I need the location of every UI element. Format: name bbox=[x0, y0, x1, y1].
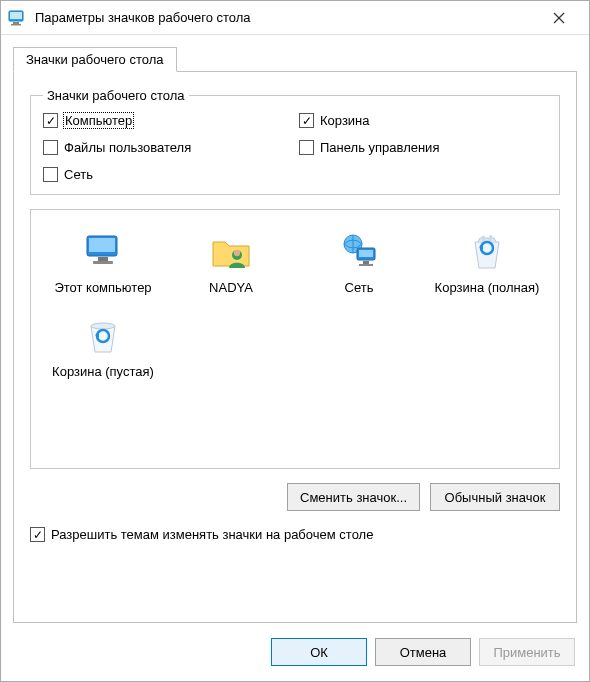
tab-label: Значки рабочего стола bbox=[26, 52, 164, 67]
svg-point-20 bbox=[91, 323, 115, 329]
monitor-icon bbox=[79, 228, 127, 276]
button-label: Применить bbox=[493, 645, 560, 660]
button-label: ОК bbox=[310, 645, 328, 660]
checkbox-user-files[interactable]: Файлы пользователя bbox=[43, 140, 291, 155]
svg-rect-14 bbox=[359, 250, 373, 257]
svg-rect-8 bbox=[98, 257, 108, 261]
checkbox-box bbox=[43, 140, 58, 155]
default-icon-button[interactable]: Обычный значок bbox=[430, 483, 560, 511]
button-label: Сменить значок... bbox=[300, 490, 407, 505]
group-legend: Значки рабочего стола bbox=[43, 88, 189, 103]
checkbox-computer[interactable]: Компьютер bbox=[43, 113, 291, 128]
checkbox-control-panel[interactable]: Панель управления bbox=[299, 140, 547, 155]
icon-item-recycle-empty[interactable]: Корзина (пустая) bbox=[39, 306, 167, 390]
dialog-window: Параметры значков рабочего стола Значки … bbox=[0, 0, 590, 682]
checkbox-label: Файлы пользователя bbox=[64, 140, 191, 155]
svg-rect-15 bbox=[363, 261, 369, 264]
checkbox-network[interactable]: Сеть bbox=[43, 167, 291, 182]
checkbox-box bbox=[43, 167, 58, 182]
dialog-footer: ОК Отмена Применить bbox=[1, 623, 589, 681]
network-icon bbox=[335, 228, 383, 276]
checkbox-label: Разрешить темам изменять значки на рабоч… bbox=[51, 527, 373, 542]
svg-point-11 bbox=[234, 250, 240, 256]
icon-label: Корзина (пустая) bbox=[52, 364, 154, 380]
change-icon-button[interactable]: Сменить значок... bbox=[287, 483, 420, 511]
checkbox-grid: Компьютер Корзина Файлы пользователя Пан… bbox=[43, 113, 547, 182]
ok-button[interactable]: ОК bbox=[271, 638, 367, 666]
apply-button[interactable]: Применить bbox=[479, 638, 575, 666]
icon-label: NADYA bbox=[209, 280, 253, 296]
svg-rect-2 bbox=[13, 22, 19, 24]
dialog-body: Значки рабочего стола Значки рабочего ст… bbox=[1, 35, 589, 623]
svg-rect-7 bbox=[89, 238, 115, 252]
icon-label: Сеть bbox=[345, 280, 374, 296]
svg-rect-3 bbox=[11, 24, 21, 26]
svg-rect-9 bbox=[93, 261, 113, 264]
checkbox-label: Корзина bbox=[320, 113, 370, 128]
icon-preview-panel: Этот компьютер NADYA bbox=[30, 209, 560, 469]
window-title: Параметры значков рабочего стола bbox=[35, 10, 537, 25]
icon-item-user-folder[interactable]: NADYA bbox=[167, 222, 295, 306]
tab-strip: Значки рабочего стола bbox=[13, 43, 577, 71]
checkbox-label: Сеть bbox=[64, 167, 93, 182]
recycle-bin-empty-icon bbox=[79, 312, 127, 360]
group-desktop-icons: Значки рабочего стола Компьютер Корзина … bbox=[30, 88, 560, 195]
checkbox-allow-themes[interactable]: Разрешить темам изменять значки на рабоч… bbox=[30, 527, 560, 542]
checkbox-box bbox=[299, 140, 314, 155]
window-icon bbox=[7, 8, 27, 28]
checkbox-label: Панель управления bbox=[320, 140, 439, 155]
checkbox-box bbox=[43, 113, 58, 128]
icon-label: Корзина (полная) bbox=[435, 280, 540, 296]
titlebar: Параметры значков рабочего стола bbox=[1, 1, 589, 35]
icon-item-network[interactable]: Сеть bbox=[295, 222, 423, 306]
tab-panel: Значки рабочего стола Компьютер Корзина … bbox=[13, 71, 577, 623]
checkbox-recycle-bin[interactable]: Корзина bbox=[299, 113, 547, 128]
icon-item-this-pc[interactable]: Этот компьютер bbox=[39, 222, 167, 306]
tab-desktop-icons[interactable]: Значки рабочего стола bbox=[13, 47, 177, 72]
checkbox-box bbox=[30, 527, 45, 542]
checkbox-box bbox=[299, 113, 314, 128]
cancel-button[interactable]: Отмена bbox=[375, 638, 471, 666]
icon-item-recycle-full[interactable]: Корзина (полная) bbox=[423, 222, 551, 306]
checkbox-label: Компьютер bbox=[64, 113, 133, 128]
close-button[interactable] bbox=[537, 3, 581, 33]
user-folder-icon bbox=[207, 228, 255, 276]
button-label: Отмена bbox=[400, 645, 447, 660]
svg-rect-1 bbox=[10, 12, 22, 19]
icon-buttons-row: Сменить значок... Обычный значок bbox=[30, 483, 560, 511]
close-icon bbox=[553, 12, 565, 24]
icon-grid: Этот компьютер NADYA bbox=[39, 222, 551, 391]
icon-label: Этот компьютер bbox=[54, 280, 151, 296]
button-label: Обычный значок bbox=[445, 490, 546, 505]
svg-rect-16 bbox=[359, 264, 373, 266]
recycle-bin-full-icon bbox=[463, 228, 511, 276]
